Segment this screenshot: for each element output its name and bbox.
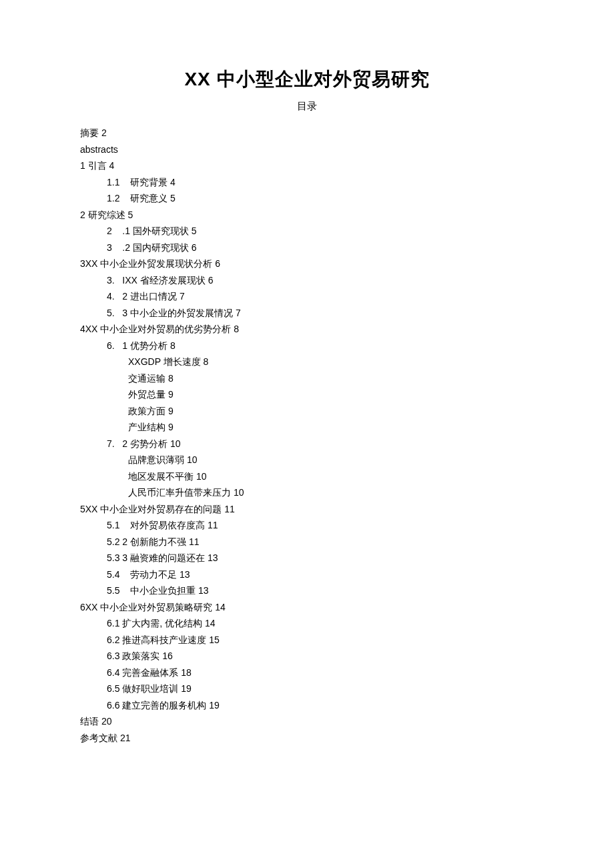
table-of-contents: 摘要 2abstracts1 引言 41.1 研究背景 41.2 研究意义 52… bbox=[80, 125, 534, 746]
toc-entry: 5.3 3 融资难的问题还在 13 bbox=[80, 550, 534, 566]
toc-entry: 2 研究综述 5 bbox=[80, 207, 534, 224]
toc-entry: 参考文献 21 bbox=[80, 730, 534, 747]
toc-entry: 5.4 劳动力不足 13 bbox=[80, 566, 534, 583]
toc-entry: 3 .2 国内研究现状 6 bbox=[80, 240, 534, 256]
document-page: XX 中小型企业对外贸易研究 目录 摘要 2abstracts1 引言 41.1… bbox=[0, 0, 614, 799]
toc-entry: 6.6 建立完善的服务机构 19 bbox=[80, 697, 534, 714]
toc-entry: 政策方面 9 bbox=[80, 403, 534, 420]
toc-entry: 5.1 对外贸易依存度高 11 bbox=[80, 517, 534, 534]
toc-entry: 2 .1 国外研究现状 5 bbox=[80, 223, 534, 240]
toc-entry: 3XX 中小企业外贸发展现状分析 6 bbox=[80, 256, 534, 272]
toc-heading: 目录 bbox=[80, 100, 534, 113]
toc-entry: 6. 1 优势分析 8 bbox=[80, 338, 534, 354]
toc-entry: 外贸总量 9 bbox=[80, 386, 534, 403]
toc-entry: 结语 20 bbox=[80, 713, 534, 730]
toc-entry: 交通运输 8 bbox=[80, 370, 534, 387]
toc-entry: 品牌意识薄弱 10 bbox=[80, 452, 534, 468]
toc-entry: 产业结构 9 bbox=[80, 419, 534, 436]
toc-entry: 1.2 研究意义 5 bbox=[80, 190, 534, 207]
toc-entry: abstracts bbox=[80, 141, 534, 158]
toc-entry: 5.2 2 创新能力不强 11 bbox=[80, 534, 534, 550]
toc-entry: 6.4 完善金融体系 18 bbox=[80, 665, 534, 681]
toc-entry: 1.1 研究背景 4 bbox=[80, 174, 534, 191]
toc-entry: 5XX 中小企业对外贸易存在的问题 11 bbox=[80, 501, 534, 518]
toc-entry: 人民币汇率升值带来压力 10 bbox=[80, 484, 534, 501]
toc-entry: 4. 2 进出口情况 7 bbox=[80, 288, 534, 305]
toc-entry: 1 引言 4 bbox=[80, 157, 534, 174]
toc-entry: 4XX 中小企业对外贸易的优劣势分析 8 bbox=[80, 321, 534, 338]
toc-entry: 摘要 2 bbox=[80, 125, 534, 141]
toc-entry: 7. 2 劣势分析 10 bbox=[80, 436, 534, 452]
toc-entry: 3. IXX 省经济发展现状 6 bbox=[80, 272, 534, 289]
toc-entry: 6.2 推进高科技产业速度 15 bbox=[80, 632, 534, 648]
toc-entry: 5. 3 中小企业的外贸发展情况 7 bbox=[80, 305, 534, 322]
toc-entry: 6.1 扩大内需, 优化结构 14 bbox=[80, 615, 534, 632]
toc-entry: 6.5 做好职业培训 19 bbox=[80, 681, 534, 697]
page-title: XX 中小型企业对外贸易研究 bbox=[80, 67, 534, 92]
toc-entry: 6.3 政策落实 16 bbox=[80, 648, 534, 665]
toc-entry: 6XX 中小企业对外贸易策略研究 14 bbox=[80, 599, 534, 616]
toc-entry: XXGDP 增长速度 8 bbox=[80, 354, 534, 370]
toc-entry: 地区发展不平衡 10 bbox=[80, 468, 534, 485]
toc-entry: 5.5 中小企业负担重 13 bbox=[80, 582, 534, 599]
